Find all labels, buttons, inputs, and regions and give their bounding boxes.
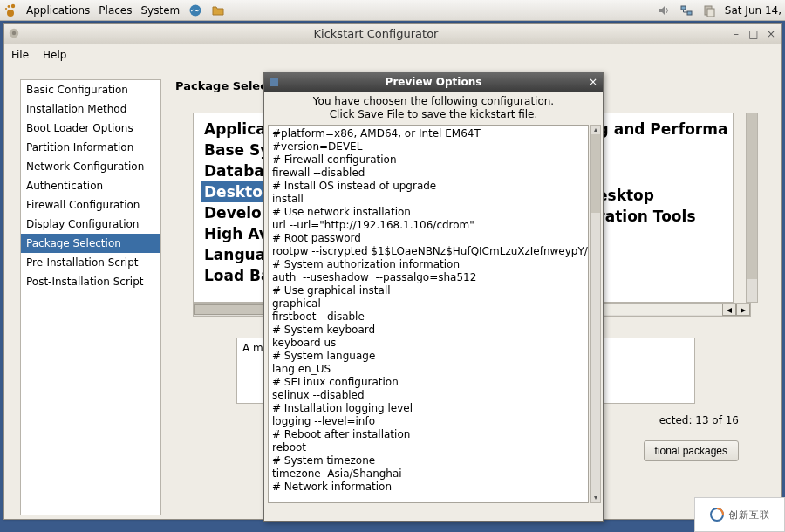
sidebar-item-package-selection[interactable]: Package Selection (21, 234, 160, 253)
menubar: File Help (4, 44, 781, 65)
dialog-vertical-scrollbar[interactable]: ▴ ▾ (590, 125, 601, 503)
dialog-msg-line-2: Click Save File to save the kickstart fi… (330, 108, 538, 120)
dialog-title: Preview Options (280, 76, 587, 88)
network-icon[interactable] (679, 3, 693, 17)
svg-rect-11 (270, 78, 278, 86)
sidebar-item-display-configuration[interactable]: Display Configuration (21, 215, 160, 234)
svg-point-3 (7, 10, 14, 17)
window-title: Kickstart Configurator (22, 27, 730, 40)
svg-point-10 (12, 31, 16, 34)
panel-clock[interactable]: Sat Jun 14, (725, 4, 782, 17)
section-sidebar: Basic Configuration Installation Method … (20, 79, 161, 515)
window-minimize-button[interactable]: – (730, 28, 742, 40)
panel-menu-applications[interactable]: Applications (26, 4, 90, 17)
menu-file[interactable]: File (11, 49, 29, 61)
svg-rect-6 (687, 11, 692, 15)
volume-icon[interactable] (657, 3, 671, 17)
app-icon (8, 27, 22, 41)
svg-point-2 (5, 7, 7, 9)
kickstart-preview-textarea[interactable]: #platform=x86, AMD64, or Intel EM64T #ve… (268, 125, 589, 503)
scroll-right-icon[interactable]: ▸ (736, 304, 750, 316)
window-close-button[interactable]: × (765, 28, 777, 40)
selected-count-label: ected: 13 of 16 (659, 414, 739, 426)
dialog-msg-line-1: You have choosen the following configura… (313, 95, 554, 107)
panel-menu-system[interactable]: System (140, 4, 180, 17)
optional-packages-button[interactable]: tional packages (644, 440, 739, 461)
dialog-message: You have choosen the following configura… (264, 92, 603, 123)
svg-rect-8 (707, 9, 714, 17)
sidebar-item-authentication[interactable]: Authentication (21, 176, 160, 195)
scroll-up-icon[interactable]: ▴ (591, 126, 600, 134)
package-groups-vertical-scrollbar[interactable] (746, 113, 758, 303)
sidebar-item-boot-loader-options[interactable]: Boot Loader Options (21, 119, 160, 138)
sidebar-item-partition-information[interactable]: Partition Information (21, 138, 160, 157)
clipboard-icon[interactable] (702, 3, 716, 17)
preview-options-dialog: Preview Options × You have choosen the f… (263, 72, 604, 522)
dialog-app-icon (268, 76, 280, 88)
gnome-foot-icon (3, 3, 17, 17)
sidebar-item-installation-method[interactable]: Installation Method (21, 99, 160, 119)
sidebar-item-pre-installation-script[interactable]: Pre-Installation Script (21, 253, 160, 272)
sidebar-item-network-configuration[interactable]: Network Configuration (21, 157, 160, 176)
sidebar-item-firewall-configuration[interactable]: Firewall Configuration (21, 195, 160, 215)
panel-menu-places[interactable]: Places (99, 4, 132, 17)
sidebar-item-post-installation-script[interactable]: Post-Installation Script (21, 272, 160, 291)
menu-help[interactable]: Help (43, 49, 66, 61)
svg-point-0 (11, 3, 15, 7)
watermark-text: 创新互联 (728, 508, 770, 522)
watermark-logo: 创新互联 (694, 497, 785, 532)
titlebar: Kickstart Configurator – □ × (4, 24, 781, 44)
window-maximize-button[interactable]: □ (747, 28, 760, 40)
dialog-close-button[interactable]: × (587, 76, 599, 88)
svg-rect-5 (681, 6, 686, 10)
dialog-titlebar: Preview Options × (264, 72, 603, 92)
svg-point-1 (8, 5, 10, 8)
folder-icon[interactable] (211, 3, 225, 17)
sidebar-item-basic-configuration[interactable]: Basic Configuration (21, 80, 160, 99)
scroll-down-icon[interactable]: ▾ (591, 494, 600, 502)
gnome-top-panel: Applications Places System Sat Jun 14, (0, 0, 785, 21)
scroll-left-icon[interactable]: ◂ (722, 304, 736, 316)
globe-icon[interactable] (188, 3, 202, 17)
